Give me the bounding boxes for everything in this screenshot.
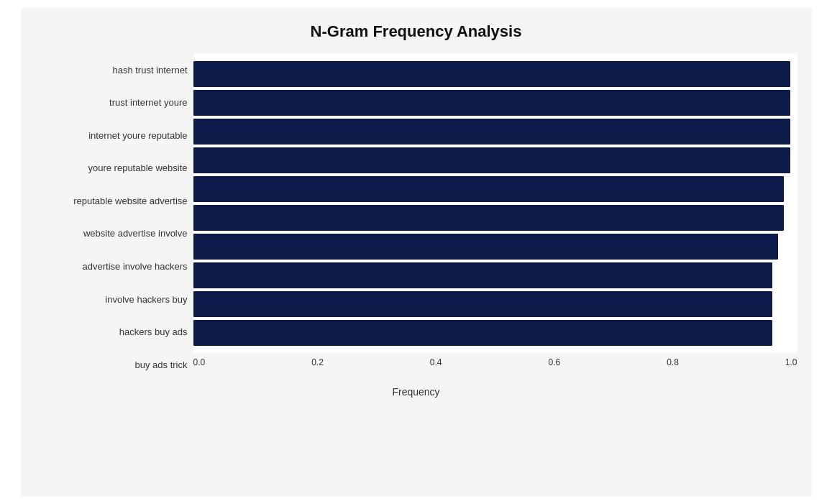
x-tick: 0.4 — [430, 357, 442, 367]
x-tick: 0.2 — [311, 357, 324, 367]
bar — [193, 234, 778, 260]
bar — [193, 90, 790, 116]
x-ticks: 0.00.20.40.60.81.0 — [193, 357, 797, 367]
y-label: buy ads trick — [135, 359, 188, 371]
y-label: website advertise involve — [83, 228, 188, 239]
x-tick: 0.6 — [548, 357, 560, 367]
y-label: involve hackers buy — [105, 294, 187, 306]
bar-row — [193, 146, 790, 175]
x-axis: 0.00.20.40.60.81.0 — [193, 353, 797, 382]
bar-row — [193, 290, 790, 319]
y-label: advertise involve hackers — [83, 261, 188, 272]
y-label: youre reputable website — [88, 162, 187, 174]
bar-row — [193, 60, 790, 88]
bar-row — [193, 117, 790, 146]
bar — [193, 147, 790, 173]
chart-title: N-Gram Frequency Analysis — [35, 22, 797, 41]
bar-row — [193, 88, 790, 117]
x-tick: 0.8 — [667, 357, 679, 367]
bar — [193, 119, 790, 145]
bar — [193, 176, 785, 202]
bar — [193, 320, 772, 346]
y-label: reputable website advertise — [73, 196, 187, 207]
x-axis-label: Frequency — [35, 386, 797, 398]
bar-row — [193, 232, 790, 261]
x-tick: 0.0 — [193, 357, 206, 367]
bar — [193, 262, 772, 288]
y-label: hash trust internet — [112, 65, 187, 76]
y-label: trust internet youre — [109, 97, 187, 109]
bar-row — [193, 175, 790, 203]
y-label: internet youre reputable — [88, 130, 187, 142]
chart-wrapper: hash trust internettrust internet yourei… — [35, 54, 797, 434]
bars-area — [193, 54, 797, 353]
bar-row — [193, 261, 790, 290]
y-label: hackers buy ads — [119, 326, 188, 338]
bar — [193, 205, 785, 231]
bar — [193, 61, 790, 87]
x-tick: 1.0 — [785, 357, 797, 367]
bar-row — [193, 203, 790, 232]
chart-container: N-Gram Frequency Analysis hash trust int… — [21, 8, 812, 497]
bar-row — [193, 319, 790, 347]
y-axis-labels: hash trust internettrust internet yourei… — [35, 54, 193, 382]
bars-and-x: 0.00.20.40.60.81.0 — [193, 54, 797, 382]
bar — [193, 291, 772, 317]
chart-area: hash trust internettrust internet yourei… — [35, 54, 797, 382]
